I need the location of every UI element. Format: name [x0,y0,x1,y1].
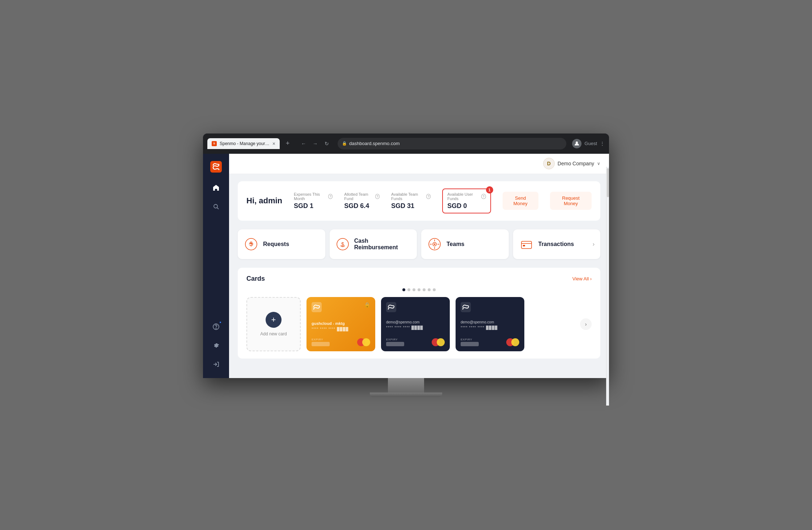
spenmo-logo [209,160,223,174]
quick-action-transactions[interactable]: Transactions › [513,229,601,259]
forward-button[interactable]: → [310,139,320,149]
quick-action-requests[interactable]: $ Requests [238,229,325,259]
card-number-2: **** **** **** ████ [461,326,519,330]
quick-action-teams[interactable]: Teams [421,229,509,259]
company-avatar: D [543,158,555,169]
cash-reimbursement-icon: $ [335,237,350,252]
carousel-dot-7[interactable] [433,288,436,291]
svg-rect-1 [210,161,222,173]
refresh-button[interactable]: ↻ [322,139,332,149]
available-team-value: SGD 31 [391,202,431,210]
cards-section: Cards View All › [238,268,600,359]
expenses-value: SGD 1 [294,202,333,210]
teams-icon [427,237,442,252]
svg-point-5 [216,328,216,328]
browser-chrome: S Spenmo - Manage your compan... × + ← →… [203,133,609,154]
lock-icon: 🔒 [342,141,347,146]
svg-rect-21 [312,302,322,312]
expenses-label: Expenses This Month [294,192,327,201]
carousel-dot-5[interactable] [423,288,426,291]
carousel-dot-1[interactable] [402,288,405,291]
svg-rect-23 [461,302,471,312]
sidebar-item-settings[interactable] [208,338,224,353]
carousel-dot-3[interactable] [413,288,415,291]
credit-card-dark-2[interactable]: demo@spenmo.com **** **** **** ████ EXPI… [456,297,524,351]
available-user-label: Available User Funds [447,192,480,201]
browser-tab[interactable]: S Spenmo - Manage your compan... × [207,138,280,149]
cards-title: Cards [246,275,265,283]
card-expiry-value [312,342,330,346]
card-logo-dark-1 [386,302,396,312]
profile-area: Guest ⋮ [572,139,605,148]
card-bottom-2: EXPIRY [461,338,519,346]
carousel-dot-4[interactable] [418,288,420,291]
browser-menu-icon[interactable]: ⋮ [600,141,605,146]
mastercard-logo [357,338,370,346]
card-expiry-label: EXPIRY [312,338,330,341]
greeting: Hi, admin [246,196,282,205]
main-content: Hi, admin Expenses This Month ? SGD 1 Al… [229,174,609,378]
sidebar-item-logout[interactable] [208,356,224,372]
carousel-dot-6[interactable] [428,288,431,291]
transactions-label: Transactions [538,241,574,247]
requests-label: Requests [263,241,289,247]
cards-header: Cards View All › [246,275,592,283]
expenses-info-icon[interactable]: ? [328,194,333,199]
available-team-info-icon[interactable]: ? [426,194,431,199]
card-email-2: demo@spenmo.com [461,320,519,324]
credit-card-dark-1[interactable]: demo@spenmo.com **** **** **** ████ EXPI… [381,297,450,351]
expenses-stat: Expenses This Month ? SGD 1 [294,192,333,210]
available-user-info-icon[interactable]: ? [481,194,486,199]
mastercard-logo-2 [506,338,519,346]
url-text: dashboard.spenmo.com [349,141,399,146]
allotted-stat: Allotted Team Fund ? SGD 6.4 [344,192,380,210]
card-name: gushcloud - mktg [312,321,370,326]
mastercard-logo-1 [432,338,445,346]
tab-close-button[interactable]: × [272,141,275,147]
tab-title: Spenmo - Manage your compan... [220,141,270,146]
svg-rect-20 [523,245,525,246]
tab-favicon: S [212,141,217,146]
card-email-1: demo@spenmo.com [386,320,445,324]
allotted-info-icon[interactable]: ? [375,194,380,199]
add-card-button[interactable]: + Add new card [246,297,301,351]
svg-rect-18 [521,241,532,249]
back-button[interactable]: ← [299,139,309,149]
available-user-value: SGD 0 [447,202,486,210]
card-number: **** **** **** ████ [312,327,370,331]
arrow-right-icon: › [593,241,595,247]
profile-icon[interactable] [572,139,581,148]
monitor-stand [203,378,609,397]
request-money-button[interactable]: Request Money [550,192,592,210]
carousel-dot-2[interactable] [407,288,410,291]
teams-label: Teams [447,241,465,247]
sidebar-item-home[interactable] [208,180,224,196]
quick-actions-grid: $ Requests $ Cash Reimbursement [238,229,600,259]
svg-text:$: $ [250,241,253,247]
credit-card-gold[interactable]: 🔒 gushcloud - mktg **** **** **** ████ E… [306,297,375,351]
company-selector[interactable]: D Demo Company ∨ [543,158,600,169]
card-expiry-label-2: EXPIRY [461,338,479,341]
monitor-wrapper: S Spenmo - Manage your compan... × + ← →… [203,133,609,397]
available-user-stat: Available User Funds ? SGD 0 1 [442,188,491,213]
notification-badge: 1 [486,186,493,194]
card-number-1: **** **** **** ████ [386,326,445,330]
svg-rect-22 [386,302,396,312]
stats-row: Hi, admin Expenses This Month ? SGD 1 Al… [238,181,600,221]
add-card-label: Add new card [260,331,287,336]
card-expiry-value-2 [461,342,479,346]
card-logo-dark-2 [461,302,471,312]
sidebar-item-search[interactable] [208,199,224,215]
quick-action-cash-reimbursement[interactable]: $ Cash Reimbursement [330,229,417,259]
app-header: D Demo Company ∨ [229,154,609,174]
svg-point-2 [214,204,217,208]
send-money-button[interactable]: Send Money [503,192,538,210]
cards-next-arrow[interactable]: › [580,318,592,330]
view-all-link[interactable]: View All › [572,276,592,281]
card-lock-icon: 🔒 [364,302,370,308]
carousel-dots [246,288,592,291]
new-tab-button[interactable]: + [283,139,293,149]
address-bar[interactable]: 🔒 dashboard.spenmo.com [338,138,566,149]
sidebar-item-help[interactable] [208,319,224,335]
sidebar [203,154,229,378]
